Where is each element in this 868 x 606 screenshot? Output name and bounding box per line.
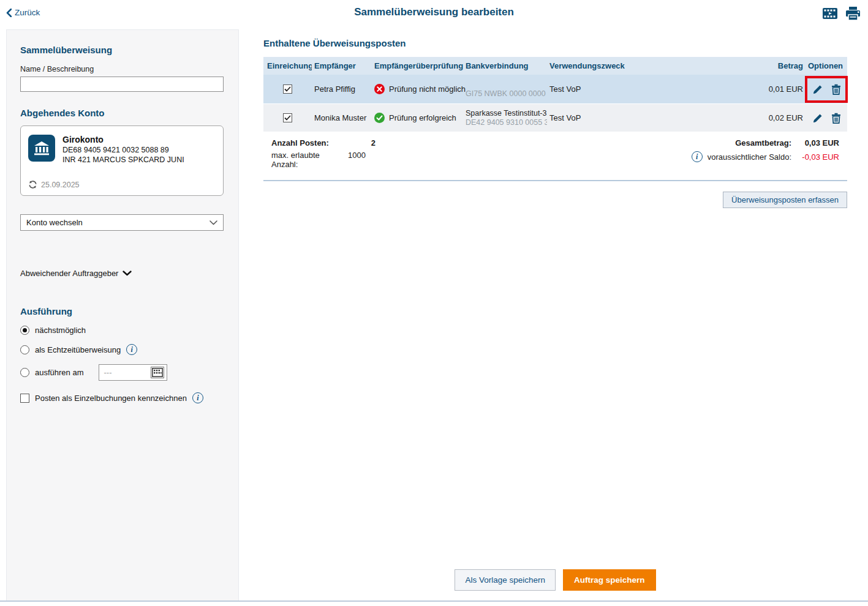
total-value: 0,03 EUR — [796, 138, 839, 148]
app-window: Zurück Sammelüberweisung bearbeiten Samm — [0, 0, 868, 606]
info-icon[interactable]: i — [126, 344, 137, 355]
main-content: Enthaltene Überweisungsposten Einreichun… — [263, 38, 847, 208]
item-count-value: 2 — [348, 138, 376, 148]
row-checkbox[interactable] — [283, 113, 292, 122]
col-purpose: Verwendungszweck — [547, 61, 723, 70]
item-count-label: Anzahl Posten: — [271, 138, 348, 148]
row-checkbox[interactable] — [283, 84, 292, 94]
date-placeholder: --- — [104, 368, 112, 377]
max-count-label: max. erlaubte Anzahl: — [271, 151, 348, 169]
name-input[interactable] — [20, 77, 224, 92]
account-select[interactable]: Konto wechseln — [20, 214, 224, 231]
different-principal-toggle[interactable]: Abweichender Auftraggeber — [20, 269, 225, 278]
bank-institute — [466, 80, 545, 89]
top-bar: Zurück Sammelüberweisung bearbeiten — [0, 0, 868, 29]
bank-iban: GI75 NWBK 0000 0000 7… — [466, 89, 545, 98]
table-row[interactable]: Petra Pfiffig Prüfung nicht möglich GI75… — [263, 75, 847, 103]
expected-balance-label: voraussichtlicher Saldo: — [708, 152, 791, 162]
execution-date-input[interactable]: --- — [99, 364, 167, 381]
verification-status-text: Prüfung erfolgreich — [389, 113, 456, 122]
total-label: Gesamtbetrag: — [735, 138, 791, 148]
add-transfer-item-button[interactable]: Überweisungsposten erfassen — [723, 192, 847, 208]
name-field-label: Name / Beschreibung — [20, 65, 225, 73]
topbar-icons — [822, 6, 861, 21]
col-verification: Empfängerüberprüfung — [372, 61, 463, 70]
col-recipient: Empfänger — [312, 61, 372, 70]
print-icon[interactable] — [845, 6, 861, 21]
sidebar-order-panel: Sammelüberweisung Name / Beschreibung Ab… — [6, 29, 239, 601]
calendar-icon[interactable] — [151, 367, 164, 378]
bank-institute: Sparkasse Testinstitut-310 — [466, 109, 545, 118]
expected-balance-value: -0,03 EUR — [796, 152, 839, 162]
delete-icon[interactable] — [831, 113, 841, 124]
account-select-value: Konto wechseln — [26, 218, 83, 227]
page-title: Sammelüberweisung bearbeiten — [0, 6, 868, 18]
chevron-down-icon — [209, 220, 217, 225]
bank-icon — [28, 135, 55, 162]
table-header-row: Einreichung Empfänger Empfängerüberprüfu… — [263, 57, 847, 75]
bank-iban: DE42 9405 9310 0055 33… — [466, 118, 545, 127]
col-options: Optionen — [806, 61, 847, 70]
info-icon[interactable]: i — [692, 151, 703, 162]
col-amount: Betrag — [723, 61, 806, 70]
account-section-title: Abgehendes Konto — [20, 108, 225, 118]
verification-error-icon — [374, 84, 385, 94]
verification-status-text: Prüfung nicht möglich — [389, 84, 466, 94]
chevron-down-icon — [123, 271, 132, 276]
bottom-divider — [0, 600, 868, 602]
col-submit: Einreichung — [263, 61, 312, 70]
max-count-value: 1000 — [348, 151, 366, 169]
account-refresh-date: 25.09.2025 — [41, 181, 80, 189]
table-summary: Anzahl Posten: 2 max. erlaubte Anzahl: 1… — [263, 132, 847, 181]
footer-actions: Als Vorlage speichern Auftrag speichern — [263, 569, 847, 591]
refresh-icon[interactable] — [28, 180, 37, 189]
radio-next-possible[interactable] — [20, 326, 29, 335]
radio-execute-on-label: ausführen am — [35, 368, 84, 377]
different-principal-label: Abweichender Auftraggeber — [20, 269, 118, 278]
single-bookings-label: Posten als Einzelbuchungen kennzeichnen — [35, 394, 187, 403]
radio-realtime-transfer[interactable] — [20, 345, 29, 354]
table-row[interactable]: Monika Muster Prüfung erfolgreich Sparka… — [263, 103, 847, 132]
edit-icon[interactable] — [812, 113, 823, 124]
radio-realtime-label: als Echtzeitüberweisung — [35, 345, 121, 354]
save-as-template-button[interactable]: Als Vorlage speichern — [455, 569, 556, 591]
edit-icon[interactable] — [812, 84, 823, 95]
purpose-text: Test VoP — [547, 113, 723, 122]
col-bank: Bankverbindung — [463, 61, 547, 70]
video-tutorial-icon[interactable] — [822, 6, 838, 21]
verification-success-icon — [374, 113, 385, 123]
account-iban: DE68 9405 9421 0032 5088 89 — [62, 146, 184, 154]
amount-value: 0,02 EUR — [723, 113, 806, 122]
single-bookings-checkbox[interactable] — [20, 394, 29, 403]
amount-value: 0,01 EUR — [723, 84, 806, 94]
recipient-name: Petra Pfiffig — [312, 84, 372, 94]
delete-icon[interactable] — [831, 84, 841, 95]
recipient-name: Monika Muster — [312, 113, 372, 122]
info-icon[interactable]: i — [192, 392, 203, 403]
items-section-title: Enthaltene Überweisungsposten — [263, 38, 847, 48]
purpose-text: Test VoP — [547, 84, 723, 94]
debit-account-card[interactable]: Girokonto DE68 9405 9421 0032 5088 89 IN… — [20, 125, 224, 196]
account-name: Girokonto — [62, 135, 184, 144]
radio-next-possible-label: nächstmöglich — [35, 326, 86, 335]
execution-section-title: Ausführung — [20, 306, 225, 316]
account-holder: INR 421 MARCUS SPKCARD JUNI — [62, 155, 184, 164]
radio-execute-on-date[interactable] — [20, 368, 29, 377]
save-order-button[interactable]: Auftrag speichern — [563, 569, 656, 591]
transfer-items-table: Einreichung Empfänger Empfängerüberprüfu… — [263, 57, 847, 181]
sidebar-title: Sammelüberweisung — [20, 45, 225, 55]
